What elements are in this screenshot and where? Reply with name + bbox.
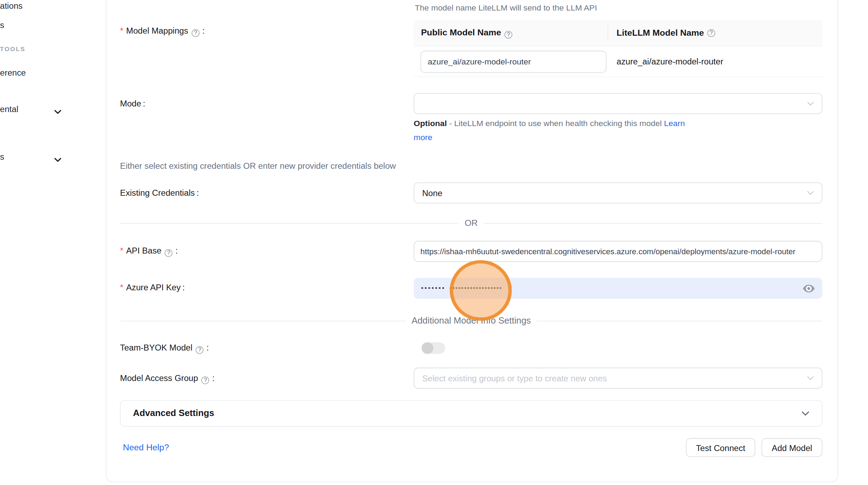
column-header-litellm-model-name: LiteLLM Model Name? bbox=[608, 25, 823, 41]
model-access-group-placeholder: Select existing groups or type to create… bbox=[422, 373, 607, 383]
help-icon[interactable]: ? bbox=[192, 29, 200, 37]
label-text: API Base bbox=[126, 246, 162, 255]
table-header-row: Public Model Name? LiteLLM Model Name? bbox=[414, 20, 823, 47]
test-connect-button[interactable]: Test Connect bbox=[686, 438, 756, 457]
footer-buttons: Test Connect Add Model bbox=[414, 438, 822, 457]
masked-key-dots: ••••••• bbox=[421, 284, 445, 292]
chevron-down-icon bbox=[807, 102, 814, 106]
mode-help-text: Optional - LiteLLM endpoint to use when … bbox=[414, 117, 707, 145]
sidebar-item-experimental[interactable]: ental bbox=[0, 104, 68, 113]
existing-credentials-select[interactable]: None bbox=[414, 182, 822, 203]
learn-more-line1: Learn bbox=[664, 119, 685, 128]
help-icon[interactable]: ? bbox=[201, 376, 210, 384]
help-icon[interactable]: ? bbox=[708, 29, 716, 37]
help-char: ? bbox=[167, 250, 170, 256]
click-indicator-circle bbox=[450, 260, 512, 321]
model-mappings-label: *Model Mappings?: bbox=[120, 26, 205, 37]
help-char: ? bbox=[507, 32, 510, 37]
help-icon[interactable]: ? bbox=[165, 249, 173, 257]
sidebar-item-label: s bbox=[0, 152, 4, 161]
mode-label: Mode: bbox=[120, 99, 145, 108]
divider-line bbox=[120, 320, 406, 321]
label-text: Mode bbox=[120, 99, 141, 108]
label-text: Model Mappings bbox=[126, 26, 188, 35]
sidebar-item-settings[interactable]: s bbox=[0, 152, 68, 161]
chevron-down-icon bbox=[54, 106, 61, 116]
column-header-public-model-name: Public Model Name? bbox=[414, 27, 608, 38]
add-model-button[interactable]: Add Model bbox=[761, 438, 822, 457]
sidebar-item-label: erence bbox=[0, 68, 26, 77]
required-marker: * bbox=[120, 26, 123, 35]
learn-more-line2: more bbox=[414, 133, 432, 141]
model-access-group-select[interactable]: Select existing groups or type to create… bbox=[414, 368, 822, 389]
help-icon[interactable]: ? bbox=[196, 346, 204, 354]
sidebar-item-models[interactable]: s bbox=[0, 20, 4, 30]
divider-line bbox=[120, 223, 459, 224]
sidebar: ations s TOOLS erence ental s bbox=[0, 0, 106, 485]
existing-credentials-value: None bbox=[422, 188, 443, 198]
model-mappings-table: Public Model Name? LiteLLM Model Name? a… bbox=[414, 20, 823, 77]
label-colon: : bbox=[182, 283, 185, 292]
model-access-group-label: Model Access Group?: bbox=[120, 373, 215, 384]
divider-line bbox=[483, 223, 822, 224]
or-divider: OR bbox=[120, 218, 822, 228]
model-name-helper-text: The model name LiteLLM will send to the … bbox=[415, 3, 597, 12]
column-header-text: Public Model Name bbox=[421, 27, 501, 37]
label-colon: : bbox=[197, 188, 199, 198]
need-help-link[interactable]: Need Help? bbox=[123, 443, 169, 452]
help-char: ? bbox=[204, 377, 207, 383]
sidebar-item-label: ental bbox=[0, 104, 18, 113]
label-colon: : bbox=[212, 373, 214, 383]
page: ations s TOOLS erence ental s The model … bbox=[0, 0, 868, 485]
required-marker: * bbox=[120, 283, 123, 292]
label-text: Model Access Group bbox=[120, 373, 198, 383]
label-colon: : bbox=[206, 343, 209, 352]
divider-line bbox=[536, 320, 822, 321]
mode-help-body: - LiteLLM endpoint to use when health ch… bbox=[447, 119, 664, 128]
help-icon[interactable]: ? bbox=[505, 30, 513, 38]
help-char: ? bbox=[194, 30, 197, 36]
toggle-knob bbox=[422, 342, 433, 354]
eye-icon[interactable] bbox=[802, 284, 815, 293]
required-marker: * bbox=[120, 246, 123, 255]
optional-emphasis: Optional bbox=[414, 119, 447, 128]
table-row: azure_ai/azure-model-router bbox=[414, 46, 823, 77]
public-model-name-cell bbox=[414, 50, 608, 72]
label-text: Existing Credentials bbox=[120, 188, 195, 198]
sidebar-item-label: ations bbox=[0, 1, 22, 11]
chevron-down-icon bbox=[801, 411, 809, 416]
advanced-settings-title: Advanced Settings bbox=[133, 408, 214, 418]
sidebar-item-label: s bbox=[0, 20, 4, 30]
team-byok-toggle[interactable] bbox=[422, 342, 445, 354]
label-colon: : bbox=[176, 246, 178, 255]
sidebar-section-label: TOOLS bbox=[0, 46, 26, 53]
label-text: Team-BYOK Model bbox=[120, 343, 193, 352]
api-base-label: *API Base?: bbox=[120, 246, 178, 257]
sidebar-item-inference[interactable]: erence bbox=[0, 68, 26, 77]
column-header-text: LiteLLM Model Name bbox=[617, 28, 704, 37]
existing-credentials-label: Existing Credentials: bbox=[120, 188, 199, 198]
help-char: ? bbox=[710, 30, 713, 36]
chevron-down-icon bbox=[807, 191, 814, 195]
sidebar-section-tools: TOOLS bbox=[0, 46, 26, 53]
team-byok-label: Team-BYOK Model?: bbox=[120, 343, 209, 354]
or-divider-text: OR bbox=[465, 218, 478, 228]
label-text: Azure API Key bbox=[126, 283, 181, 292]
label-colon: : bbox=[202, 26, 205, 35]
help-char: ? bbox=[198, 347, 201, 353]
credentials-note: Either select existing credentials OR en… bbox=[120, 161, 396, 171]
litellm-model-name-cell: azure_ai/azure-model-router bbox=[608, 57, 823, 66]
azure-api-key-label: *Azure API Key: bbox=[120, 283, 185, 292]
mode-select[interactable] bbox=[414, 93, 822, 114]
label-colon: : bbox=[143, 99, 145, 108]
public-model-name-input[interactable] bbox=[421, 50, 607, 72]
chevron-down-icon bbox=[807, 376, 814, 380]
advanced-settings-panel[interactable]: Advanced Settings bbox=[120, 400, 822, 427]
api-base-input[interactable] bbox=[414, 241, 822, 262]
sidebar-item-integrations[interactable]: ations bbox=[0, 1, 22, 11]
chevron-down-icon bbox=[54, 154, 61, 164]
